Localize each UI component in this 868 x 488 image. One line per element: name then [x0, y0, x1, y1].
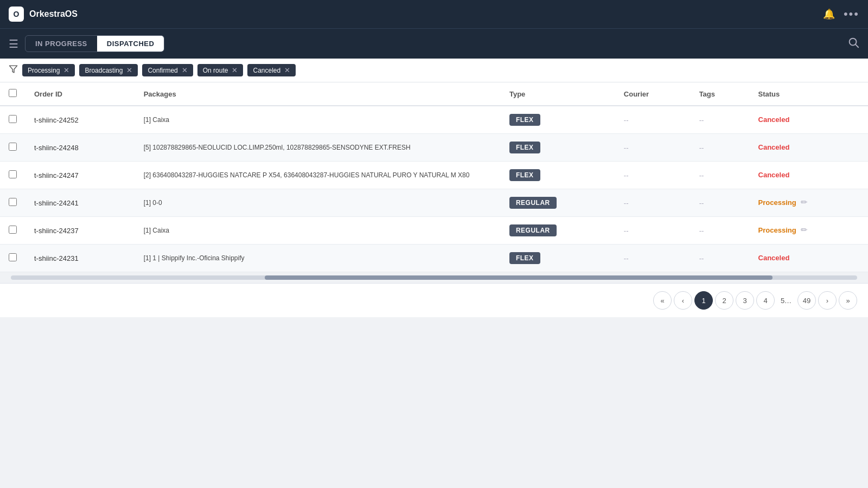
- tab-dispatched[interactable]: DISPATCHED: [97, 36, 164, 52]
- pagination-page-49[interactable]: 49: [797, 291, 816, 310]
- packages-cell: [1] 0-0: [135, 189, 501, 217]
- type-badge: FLEX: [509, 169, 540, 181]
- row-check-col: [0, 245, 25, 272]
- scrollbar-thumb[interactable]: [265, 275, 773, 280]
- courier-cell: --: [615, 217, 691, 245]
- status-cell: Canceled: [750, 245, 868, 271]
- col-order-id: Order ID: [25, 82, 135, 106]
- pagination-bar: « ‹ 1 2 3 4 5… 49 › »: [0, 283, 868, 317]
- status-label: Processing: [758, 226, 796, 234]
- order-id-cell: t-shiinc-24241: [25, 189, 135, 217]
- search-icon[interactable]: [847, 36, 859, 51]
- status-cell: Processing ✏: [750, 217, 868, 243]
- filter-on-route[interactable]: On route ✕: [197, 64, 244, 76]
- order-id-cell: t-shiinc-24247: [25, 162, 135, 189]
- row-checkbox[interactable]: [9, 115, 17, 123]
- table-row: t-shiinc-24248 [5] 102878829865-NEOLUCID…: [0, 134, 868, 162]
- app-logo: O: [9, 7, 24, 22]
- status-label: Canceled: [758, 254, 790, 262]
- order-id-cell: t-shiinc-24252: [25, 106, 135, 134]
- status-cell: Canceled: [750, 162, 868, 188]
- pagination-page-2[interactable]: 2: [715, 291, 733, 310]
- packages-cell: [2] 636408043287-HUGGIES NATCARE P X54, …: [135, 162, 501, 189]
- top-nav-left: O OrkestraOS: [9, 7, 78, 22]
- type-cell: REGULAR: [501, 217, 615, 245]
- close-broadcasting-icon[interactable]: ✕: [126, 66, 132, 74]
- pagination-page-4[interactable]: 4: [756, 291, 775, 310]
- packages-cell: [1] Caixa: [135, 217, 501, 245]
- bell-icon[interactable]: 🔔: [823, 8, 835, 20]
- table-row: t-shiinc-24231 [1] 1 | Shippify Inc.-Ofi…: [0, 245, 868, 272]
- close-confirmed-icon[interactable]: ✕: [182, 66, 188, 74]
- row-checkbox[interactable]: [9, 143, 17, 151]
- type-badge: FLEX: [509, 252, 540, 264]
- more-icon[interactable]: •••: [844, 7, 859, 21]
- table-row: t-shiinc-24241 [1] 0-0 REGULAR -- -- Pro…: [0, 189, 868, 217]
- scrollbar-row: [0, 272, 868, 283]
- type-badge: REGULAR: [509, 224, 557, 236]
- type-badge: REGULAR: [509, 197, 557, 209]
- packages-cell: [1] Caixa: [135, 106, 501, 134]
- close-canceled-icon[interactable]: ✕: [284, 66, 290, 74]
- orders-table-container: Order ID Packages Type Courier Tags Stat…: [0, 82, 868, 272]
- svg-marker-2: [9, 66, 17, 73]
- select-all-col: [0, 82, 25, 106]
- toolbar: ☰ IN PROGRESS DISPATCHED: [0, 28, 868, 59]
- scrollbar-track[interactable]: [11, 275, 857, 280]
- type-cell: FLEX: [501, 162, 615, 189]
- courier-cell: --: [615, 245, 691, 272]
- pagination-prev[interactable]: ‹: [674, 291, 692, 310]
- order-id-cell: t-shiinc-24231: [25, 245, 135, 272]
- pagination-next[interactable]: ›: [818, 291, 837, 310]
- edit-icon[interactable]: ✏: [801, 225, 808, 235]
- table-row: t-shiinc-24247 [2] 636408043287-HUGGIES …: [0, 162, 868, 189]
- filter-icon: [9, 65, 18, 76]
- table-row: t-shiinc-24237 [1] Caixa REGULAR -- -- P…: [0, 217, 868, 245]
- status-label: Canceled: [758, 171, 790, 179]
- tab-in-progress[interactable]: IN PROGRESS: [25, 36, 97, 52]
- status-label: Processing: [758, 198, 796, 207]
- row-check-col: [0, 189, 25, 217]
- row-checkbox[interactable]: [9, 170, 17, 178]
- packages-cell: [1] 1 | Shippify Inc.-Oficina Shippify: [135, 245, 501, 272]
- col-status: Status: [750, 82, 868, 106]
- filter-canceled[interactable]: Canceled ✕: [247, 64, 296, 76]
- pagination-ellipsis: 5…: [777, 291, 795, 310]
- status-label: Canceled: [758, 143, 790, 151]
- tags-cell: --: [691, 217, 750, 245]
- pagination-page-3[interactable]: 3: [736, 291, 754, 310]
- app-title: OrkestraOS: [29, 9, 78, 19]
- filter-confirmed[interactable]: Confirmed ✕: [142, 64, 193, 76]
- col-packages: Packages: [135, 82, 501, 106]
- pagination-page-1[interactable]: 1: [694, 291, 713, 310]
- type-cell: FLEX: [501, 106, 615, 134]
- edit-icon[interactable]: ✏: [801, 197, 808, 207]
- close-on-route-icon[interactable]: ✕: [232, 66, 238, 74]
- select-all-checkbox[interactable]: [9, 89, 17, 97]
- menu-icon[interactable]: ☰: [9, 37, 18, 50]
- row-checkbox[interactable]: [9, 198, 17, 206]
- tags-cell: --: [691, 245, 750, 272]
- row-check-col: [0, 162, 25, 189]
- pagination-first[interactable]: «: [653, 291, 672, 310]
- row-checkbox[interactable]: [9, 226, 17, 234]
- svg-line-1: [856, 44, 858, 47]
- pagination-last[interactable]: »: [839, 291, 857, 310]
- row-checkbox[interactable]: [9, 253, 17, 261]
- order-id-cell: t-shiinc-24248: [25, 134, 135, 162]
- type-badge: FLEX: [509, 142, 540, 153]
- order-id-cell: t-shiinc-24237: [25, 217, 135, 245]
- courier-cell: --: [615, 106, 691, 134]
- status-cell: Canceled: [750, 134, 868, 160]
- close-processing-icon[interactable]: ✕: [63, 66, 69, 74]
- col-courier: Courier: [615, 82, 691, 106]
- tags-cell: --: [691, 106, 750, 134]
- courier-cell: --: [615, 134, 691, 162]
- tab-group: IN PROGRESS DISPATCHED: [25, 35, 164, 52]
- table-header-row: Order ID Packages Type Courier Tags Stat…: [0, 82, 868, 106]
- filter-processing[interactable]: Processing ✕: [22, 64, 75, 76]
- type-badge: FLEX: [509, 114, 540, 126]
- top-nav-right: 🔔 •••: [823, 7, 859, 21]
- type-cell: REGULAR: [501, 189, 615, 217]
- filter-broadcasting[interactable]: Broadcasting ✕: [79, 64, 138, 76]
